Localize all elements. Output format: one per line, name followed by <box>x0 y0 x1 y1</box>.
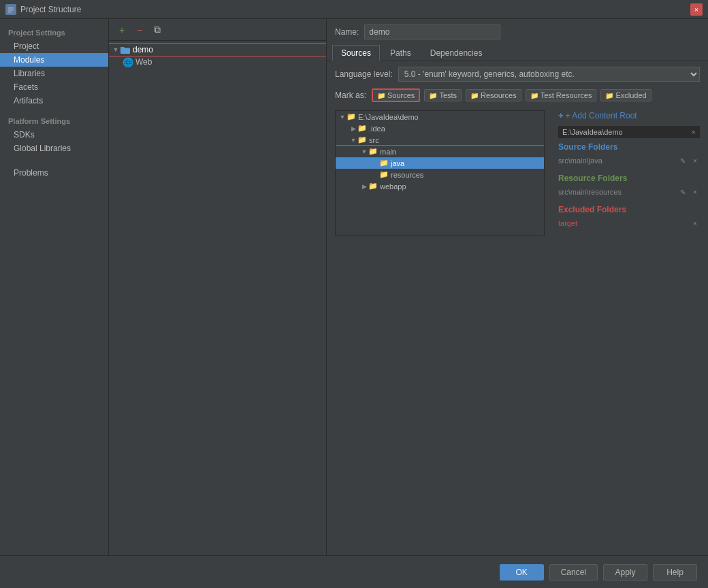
globe-icon: 🌐 <box>123 58 133 66</box>
add-icon: + <box>558 110 564 120</box>
content-area: + − ⧉ ▼ demo 🌐 Web <box>109 19 708 555</box>
ftree-root-label: E:\JavaIdea\demo <box>358 113 419 121</box>
root-folder-icon: 📁 <box>347 112 356 121</box>
mark-test-resources-label: Test Resources <box>541 91 592 99</box>
tree-node-web[interactable]: 🌐 Web <box>109 56 326 68</box>
excluded-folder-remove[interactable]: × <box>690 218 700 228</box>
ftree-node-java[interactable]: 📁 java <box>336 157 544 169</box>
mark-tests-button[interactable]: 📁 Tests <box>424 89 462 101</box>
resources-folder-icon: 📁 <box>470 92 479 99</box>
ftree-webapp-label: webapp <box>380 182 406 191</box>
webapp-folder-icon: 📁 <box>368 182 378 191</box>
content-root-close[interactable]: × <box>692 128 696 136</box>
source-folder-remove[interactable]: × <box>690 156 700 165</box>
sidebar-item-sdks[interactable]: SDKs <box>0 128 108 142</box>
ftree-node-resources[interactable]: 📁 resources <box>336 169 544 180</box>
mark-sources-label: Sources <box>387 91 415 99</box>
copy-module-button[interactable]: ⧉ <box>150 22 165 37</box>
tab-sources[interactable]: Sources <box>332 45 380 61</box>
mark-test-resources-button[interactable]: 📁 Test Resources <box>526 89 597 101</box>
sources-folder-icon: 📁 <box>377 92 385 99</box>
tab-paths[interactable]: Paths <box>381 45 420 61</box>
bottom-bar: OK Cancel Apply Help <box>0 555 708 588</box>
mark-as-label: Mark as: <box>335 91 366 100</box>
source-folder-path: src\main\java <box>558 157 675 165</box>
apply-button[interactable]: Apply <box>603 564 647 581</box>
tree-node-web-label: Web <box>135 57 152 67</box>
sidebar-item-facets[interactable]: Facets <box>0 80 108 94</box>
resource-folder-edit[interactable]: ✎ <box>678 187 688 197</box>
add-module-button[interactable]: + <box>114 22 129 37</box>
java-folder-icon: 📁 <box>379 159 389 167</box>
content-root-panel: + + Add Content Root E:\JavaIdea\demo × … <box>550 110 700 236</box>
ftree-arrow-idea: ▶ <box>349 125 357 133</box>
mark-resources-button[interactable]: 📁 Resources <box>466 89 521 101</box>
ftree-arrow-root: ▼ <box>338 113 347 121</box>
sidebar-item-artifacts[interactable]: Artifacts <box>0 94 108 108</box>
ftree-node-idea[interactable]: ▶ 📁 .idea <box>336 122 544 134</box>
add-content-root-label: + Add Content Root <box>566 111 637 120</box>
name-input[interactable] <box>364 24 500 39</box>
src-folder-icon: 📁 <box>357 135 367 144</box>
sidebar-item-global-libraries[interactable]: Global Libraries <box>0 142 108 155</box>
ftree-idea-label: .idea <box>369 125 385 133</box>
ftree-node-root[interactable]: ▼ 📁 E:\JavaIdea\demo <box>336 111 544 122</box>
excluded-folder-icon: 📁 <box>605 92 613 99</box>
add-content-root-button[interactable]: + + Add Content Root <box>558 110 700 120</box>
test-resources-folder-icon: 📁 <box>530 92 538 99</box>
source-file-tree: ▼ 📁 E:\JavaIdea\demo ▶ 📁 .idea ▼ <box>335 110 545 236</box>
ftree-arrow-resources <box>371 171 379 179</box>
main-folder-icon: 📁 <box>368 147 378 156</box>
excluded-folder-path: target <box>558 219 688 227</box>
ftree-java-label: java <box>391 159 404 167</box>
ftree-arrow-webapp: ▶ <box>360 182 368 191</box>
title-bar: Project Structure × <box>0 0 708 19</box>
source-folders-title: Source Folders <box>558 142 700 152</box>
mark-resources-label: Resources <box>481 91 517 99</box>
ftree-arrow-main: ▼ <box>360 148 368 156</box>
excluded-folders-title: Excluded Folders <box>558 205 700 214</box>
ftree-arrow-src: ▼ <box>349 136 357 144</box>
tab-dependencies[interactable]: Dependencies <box>421 45 492 61</box>
excluded-path-row: target × <box>558 217 700 229</box>
ok-button[interactable]: OK <box>500 564 544 581</box>
idea-folder-icon: 📁 <box>357 124 367 133</box>
language-level-label: Language level: <box>335 69 393 79</box>
sidebar-item-problems[interactable]: Problems <box>0 166 108 180</box>
resource-folder-remove[interactable]: × <box>690 187 700 197</box>
resource-folder-path: src\main\resources <box>558 188 675 196</box>
mark-excluded-button[interactable]: 📁 Excluded <box>600 89 651 101</box>
svg-rect-1 <box>8 7 14 9</box>
ftree-node-src[interactable]: ▼ 📁 src <box>336 134 544 146</box>
remove-module-button[interactable]: − <box>132 22 147 37</box>
platform-settings-title: Platform Settings <box>0 113 108 128</box>
mark-tests-label: Tests <box>439 91 457 99</box>
source-tree-area: ▼ 📁 E:\JavaIdea\demo ▶ 📁 .idea ▼ <box>335 110 700 236</box>
mark-sources-button[interactable]: 📁 Sources <box>372 88 420 102</box>
cancel-button[interactable]: Cancel <box>549 564 598 581</box>
ftree-arrow-java <box>371 159 379 167</box>
source-folder-edit[interactable]: ✎ <box>678 156 688 165</box>
tree-node-demo-label: demo <box>133 45 153 54</box>
resource-folders-title: Resource Folders <box>558 174 700 183</box>
sidebar-item-modules[interactable]: Modules <box>0 53 108 67</box>
tree-node-demo[interactable]: ▼ demo <box>109 44 326 56</box>
name-label: Name: <box>335 27 359 37</box>
right-panel: Name: Sources Paths Dependencies Languag… <box>327 19 708 555</box>
tree-toolbar: + − ⧉ <box>109 19 326 41</box>
source-path-row: src\main\java ✎ × <box>558 154 700 167</box>
ftree-node-webapp[interactable]: ▶ 📁 webapp <box>336 180 544 192</box>
source-folders-section: Source Folders src\main\java ✎ × <box>558 142 700 167</box>
ftree-resources-label: resources <box>391 171 423 179</box>
sidebar-item-libraries[interactable]: Libraries <box>0 67 108 80</box>
language-level-select[interactable]: 5.0 - 'enum' keyword, generics, autoboxi… <box>398 67 700 82</box>
ftree-node-main[interactable]: ▼ 📁 main <box>336 146 544 157</box>
help-button[interactable]: Help <box>653 564 697 581</box>
sidebar-item-project[interactable]: Project <box>0 39 108 53</box>
resource-folders-section: Resource Folders src\main\resources ✎ × <box>558 174 700 198</box>
main-container: Project Settings Project Modules Librari… <box>0 19 708 555</box>
language-level-row: Language level: 5.0 - 'enum' keyword, ge… <box>335 67 700 82</box>
close-button[interactable]: × <box>690 3 703 16</box>
module-tree: + − ⧉ ▼ demo 🌐 Web <box>109 19 327 555</box>
excluded-folders-section: Excluded Folders target × <box>558 205 700 229</box>
